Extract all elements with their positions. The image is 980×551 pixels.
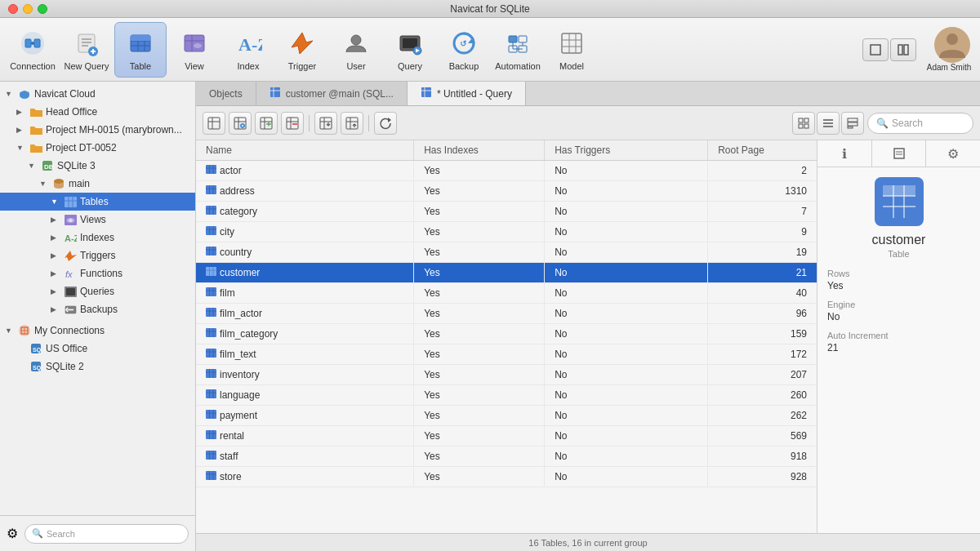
sidebar-project-dt[interactable]: ▼ Project DT-0052	[0, 139, 195, 157]
table-row[interactable]: store Yes No 928	[196, 467, 817, 487]
col-header-triggers[interactable]: Has Triggers	[545, 140, 708, 161]
cell-triggers: No	[545, 324, 708, 344]
maximize-button[interactable]	[38, 4, 47, 14]
col-header-rootpage[interactable]: Root Page	[708, 140, 817, 161]
view-toggle[interactable]	[862, 38, 916, 61]
info-tab-general[interactable]: ℹ	[817, 140, 872, 167]
sidebar-project-mh[interactable]: ▶ Project MH-0015 (marybrown...	[0, 121, 195, 139]
delete-record-button[interactable]	[281, 112, 304, 135]
table-row[interactable]: payment Yes No 262	[196, 406, 817, 426]
table-row[interactable]: country Yes No 19	[196, 242, 817, 263]
export-button[interactable]	[341, 112, 363, 135]
table-row[interactable]: rental Yes No 569	[196, 426, 817, 447]
sidebar-views[interactable]: ▶ Views	[0, 211, 195, 229]
svg-text:A-Z: A-Z	[65, 233, 77, 243]
info-tab-settings[interactable]: ⚙	[926, 140, 980, 167]
design-table-button[interactable]	[229, 112, 252, 135]
toolbar-table[interactable]: Table	[114, 22, 167, 78]
toolbar-model[interactable]: Model	[546, 22, 598, 78]
toolbar-connection[interactable]: Connection	[7, 22, 59, 78]
sidebar-search[interactable]: 🔍 Search	[24, 524, 189, 544]
table-row[interactable]: staff Yes No 918	[196, 447, 817, 467]
sidebar-functions[interactable]: ▶ fx Functions	[0, 264, 195, 282]
sidebar: ▼ Navicat Cloud ▶ Head Office ▶	[0, 82, 196, 551]
row-table-icon	[206, 328, 220, 340]
svg-text:A-Z: A-Z	[238, 34, 262, 55]
table-row[interactable]: film_text Yes No 172	[196, 344, 817, 365]
tab-customer-query[interactable]: customer @main (SQL...	[256, 82, 408, 105]
col-header-indexes[interactable]: Has Indexes	[414, 140, 545, 161]
avatar[interactable]	[934, 27, 970, 63]
list-view-button[interactable]	[817, 112, 840, 135]
import-button[interactable]	[314, 112, 337, 135]
functions-icon: fx	[64, 267, 77, 280]
svg-rect-137	[206, 247, 216, 256]
grid-view-button[interactable]	[792, 112, 815, 135]
toolbar-query[interactable]: Query	[384, 22, 436, 78]
toolbar-view[interactable]: View	[168, 22, 220, 78]
view-single-button[interactable]	[862, 38, 889, 61]
add-record-button[interactable]	[255, 112, 278, 135]
tab-untitled-query[interactable]: * Untitled - Query	[408, 82, 526, 105]
sidebar-navicat-cloud[interactable]: ▼ Navicat Cloud	[0, 85, 195, 103]
expand-arrow: ▼	[28, 162, 38, 170]
refresh-button[interactable]	[374, 112, 397, 135]
info-tab-ddl[interactable]	[872, 140, 927, 167]
table-row[interactable]: actor Yes No 2	[196, 161, 817, 181]
detail-view-button[interactable]	[841, 112, 864, 135]
sidebar-us-office[interactable]: SQ US Office	[0, 340, 195, 358]
sidebar-sqlite3[interactable]: ▼ DB SQLite 3	[0, 157, 195, 175]
table-row[interactable]: language Yes No 260	[196, 385, 817, 406]
toolbar-automation[interactable]: Automation	[492, 22, 544, 78]
search-box[interactable]: 🔍 Search	[867, 113, 973, 134]
sidebar-head-office[interactable]: ▶ Head Office	[0, 103, 195, 121]
expand-arrow: ▶	[16, 108, 26, 116]
minimize-button[interactable]	[23, 4, 33, 14]
cell-triggers: No	[545, 263, 708, 283]
table-row[interactable]: inventory Yes No 207	[196, 365, 817, 385]
col-header-name[interactable]: Name	[196, 140, 414, 161]
sidebar-queries[interactable]: ▶ Queries	[0, 282, 195, 300]
status-text: 16 Tables, 16 in current group	[528, 538, 647, 548]
cell-rootpage: 159	[708, 324, 817, 344]
tab-objects[interactable]: Objects	[196, 82, 256, 105]
sidebar-my-connections[interactable]: ▼ My Connections	[0, 322, 195, 340]
cell-rootpage: 40	[708, 283, 817, 304]
toolbar-backup[interactable]: ↺ Backup	[438, 22, 490, 78]
sidebar-indexes[interactable]: ▶ A-Z Indexes	[0, 229, 195, 247]
table-row[interactable]: customer Yes No 21	[196, 263, 817, 283]
table-row[interactable]: city Yes No 9	[196, 222, 817, 242]
search-icon: 🔍	[32, 528, 43, 539]
table-row[interactable]: category Yes No 7	[196, 202, 817, 222]
backups-label: Backups	[80, 304, 190, 315]
sidebar-sqlite2[interactable]: SQ SQLite 2	[0, 358, 195, 375]
close-button[interactable]	[8, 4, 18, 14]
toolbar-user[interactable]: User	[330, 22, 382, 78]
expand-arrow: ▶	[51, 251, 60, 260]
row-table-icon	[206, 185, 220, 197]
backup-label: Backup	[449, 61, 479, 71]
row-table-icon	[206, 471, 220, 482]
toolbar-trigger[interactable]: Trigger	[276, 22, 328, 78]
table-row[interactable]: film Yes No 40	[196, 283, 817, 304]
sidebar-tables[interactable]: ▼ Tables	[0, 193, 195, 211]
cell-indexes: Yes	[414, 365, 545, 385]
traffic-lights[interactable]	[8, 4, 47, 14]
new-table-button[interactable]	[203, 112, 225, 135]
table-row[interactable]: address Yes No 1310	[196, 181, 817, 202]
connection-label: Connection	[10, 61, 56, 71]
row-table-icon	[206, 247, 220, 258]
table-row[interactable]: film_category Yes No 159	[196, 324, 817, 344]
settings-icon[interactable]: ⚙	[7, 526, 18, 541]
svg-rect-102	[320, 118, 332, 129]
sidebar-backups[interactable]: ▶ Backups	[0, 300, 195, 318]
cell-name: inventory	[196, 365, 414, 385]
toolbar-index[interactable]: A-Z Index	[222, 22, 274, 78]
toolbar-new-query[interactable]: New Query	[60, 22, 113, 78]
sidebar-main[interactable]: ▼ main	[0, 175, 195, 193]
table-row[interactable]: film_actor Yes No 96	[196, 304, 817, 324]
row-table-icon	[206, 369, 220, 380]
svg-text:fx: fx	[65, 269, 73, 279]
view-split-button[interactable]	[890, 38, 916, 61]
sidebar-triggers[interactable]: ▶ Triggers	[0, 247, 195, 264]
